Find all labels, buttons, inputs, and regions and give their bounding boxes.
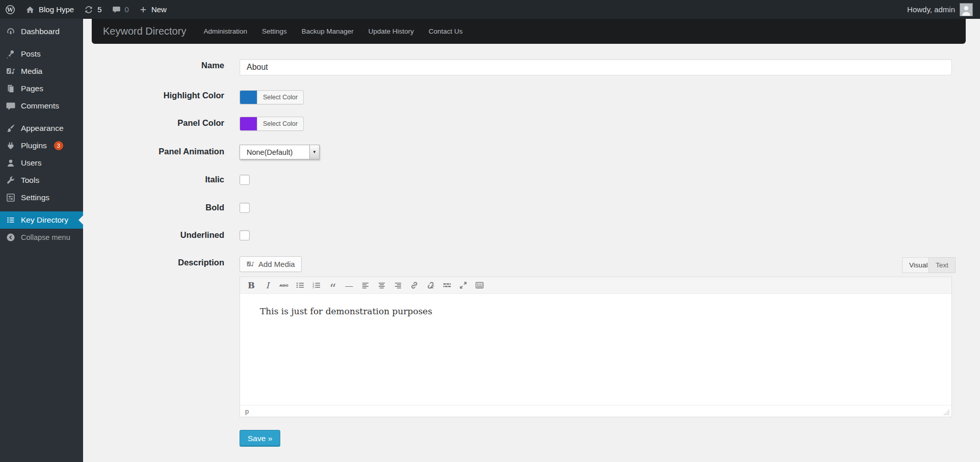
user-icon (6, 158, 16, 168)
link-icon[interactable] (407, 279, 421, 292)
sidebar-item-media[interactable]: Media (0, 63, 83, 80)
new-label: New (151, 5, 167, 14)
active-menu-arrow (78, 215, 83, 225)
plugin-brand[interactable]: Keyword Directory (103, 25, 186, 37)
name-input[interactable] (240, 59, 952, 75)
plugin-update-badge: 3 (54, 141, 63, 150)
nav-item-administration[interactable]: Administration (203, 28, 247, 35)
admin-sidebar: Dashboard Posts Media Pages Comments (0, 19, 83, 462)
name-label: Name (87, 61, 224, 70)
sidebar-item-pages[interactable]: Pages (0, 80, 83, 97)
nav-item-update-history[interactable]: Update History (368, 28, 414, 35)
editor-content-area[interactable]: This is just for demonstration purposes (240, 294, 951, 405)
keyword-directory-nav: Keyword Directory Administration Setting… (92, 19, 966, 44)
resize-grip-icon[interactable] (943, 409, 950, 416)
wordpress-logo-icon: W (5, 5, 15, 15)
strikethrough-icon[interactable]: ABC (277, 279, 291, 292)
nav-item-settings[interactable]: Settings (262, 28, 287, 35)
nav-item-contact-us[interactable]: Contact Us (429, 28, 463, 35)
bold-checkbox[interactable] (240, 203, 250, 213)
panel-color-picker-button[interactable]: Select Color (240, 117, 304, 131)
italic-checkbox[interactable] (240, 175, 250, 185)
horizontal-rule-icon[interactable]: — (342, 279, 356, 292)
tab-text[interactable]: Text (929, 257, 956, 273)
sidebar-item-dashboard[interactable]: Dashboard (0, 23, 83, 40)
panel-animation-select[interactable]: None(Default) ▼ (240, 145, 320, 159)
panel-color-swatch (240, 117, 257, 130)
nav-item-backup-manager[interactable]: Backup Manager (302, 28, 354, 35)
svg-text:3: 3 (312, 286, 314, 289)
highlight-color-picker-button[interactable]: Select Color (240, 90, 304, 104)
bullet-list-icon[interactable] (293, 279, 307, 292)
plug-icon (6, 141, 16, 151)
editor-paragraph: This is just for demonstration purposes (260, 306, 932, 316)
sliders-icon (6, 193, 16, 203)
save-button[interactable]: Save » (240, 430, 280, 447)
panel-animation-label: Panel Animation (87, 147, 224, 156)
sidebar-item-label: Media (21, 67, 42, 76)
editor-toolbar: B I ABC 1 2 3 “ — (240, 277, 951, 294)
sidebar-item-settings[interactable]: Settings (0, 189, 83, 206)
sidebar-item-label: Collapse menu (21, 233, 70, 241)
add-media-button[interactable]: Add Media (240, 256, 302, 272)
sidebar-item-appearance[interactable]: Appearance (0, 120, 83, 137)
updates-menu[interactable]: 5 (79, 0, 107, 19)
unlink-icon[interactable] (423, 279, 438, 292)
account-menu[interactable]: Howdy, admin (907, 3, 980, 16)
plus-icon (139, 6, 147, 14)
align-right-icon[interactable] (391, 279, 405, 292)
description-editor: B I ABC 1 2 3 “ — (240, 277, 952, 417)
sidebar-item-label: Comments (21, 101, 59, 111)
site-name: Blog Hype (39, 5, 74, 14)
italic-icon[interactable]: I (260, 279, 275, 292)
fullscreen-icon[interactable] (456, 279, 470, 292)
sidebar-item-label: Dashboard (21, 27, 60, 36)
sidebar-item-plugins[interactable]: Plugins 3 (0, 137, 83, 154)
editor-status-bar: p (240, 405, 951, 417)
sidebar-item-users[interactable]: Users (0, 154, 83, 172)
align-left-icon[interactable] (358, 279, 373, 292)
collapse-arrow-icon (6, 232, 16, 242)
site-menu[interactable]: Blog Hype (20, 0, 79, 19)
list-icon (6, 215, 16, 225)
blockquote-icon[interactable]: “ (326, 279, 340, 292)
sidebar-collapse-menu[interactable]: Collapse menu (0, 229, 83, 246)
sidebar-item-label: Key Directory (21, 215, 68, 225)
comment-bubble-icon (112, 5, 121, 14)
brush-icon (6, 123, 16, 133)
bold-icon[interactable]: B (244, 279, 258, 292)
highlight-color-swatch (240, 91, 257, 104)
update-icon (84, 5, 93, 14)
new-menu[interactable]: New (134, 0, 172, 19)
panel-color-label: Panel Color (87, 118, 224, 128)
sidebar-item-label: Appearance (21, 124, 64, 133)
sidebar-item-label: Users (21, 158, 41, 168)
add-media-label: Add Media (258, 260, 295, 268)
toolbar-toggle-icon[interactable] (472, 279, 487, 292)
italic-label: Italic (87, 175, 224, 184)
select-dropdown-arrow-icon: ▼ (309, 145, 319, 159)
media-icon (246, 260, 255, 268)
comments-menu[interactable]: 0 (107, 0, 134, 19)
editor-element-path: p (245, 407, 249, 415)
media-icon (6, 66, 16, 76)
sidebar-item-posts[interactable]: Posts (0, 45, 83, 63)
wordpress-logo[interactable]: W (0, 0, 20, 19)
description-label: Description (87, 258, 224, 267)
sidebar-item-key-directory[interactable]: Key Directory (0, 211, 83, 229)
select-color-button-label: Select Color (257, 91, 303, 104)
wrench-icon (6, 175, 16, 185)
sidebar-item-tools[interactable]: Tools (0, 172, 83, 189)
sidebar-item-comments[interactable]: Comments (0, 97, 83, 115)
numbered-list-icon[interactable]: 1 2 3 (309, 279, 324, 292)
comment-count: 0 (125, 5, 129, 14)
more-tag-icon[interactable] (440, 279, 454, 292)
pages-icon (6, 84, 16, 94)
underlined-checkbox[interactable] (240, 230, 250, 240)
sidebar-item-label: Pages (21, 84, 43, 93)
avatar (960, 3, 973, 16)
align-center-icon[interactable] (375, 279, 389, 292)
update-count: 5 (97, 5, 101, 14)
sidebar-item-label: Plugins (21, 141, 47, 150)
dashboard-icon (6, 26, 16, 37)
